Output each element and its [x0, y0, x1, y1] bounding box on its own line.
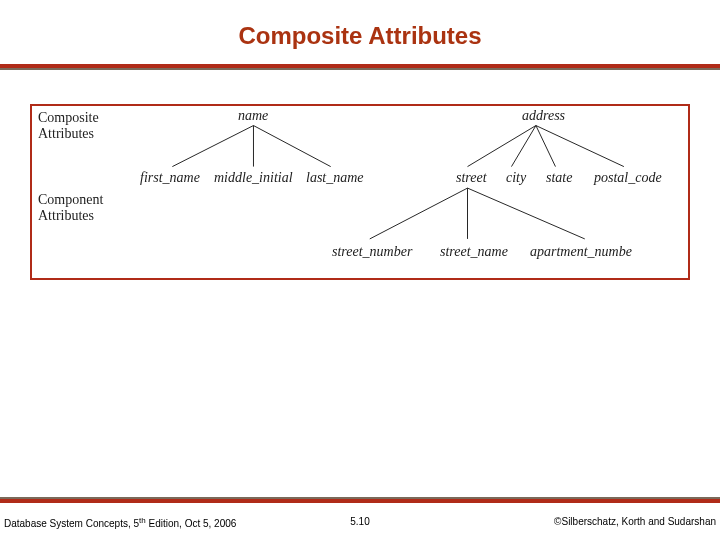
node-postal-code: postal_code: [594, 170, 662, 186]
node-street-name: street_name: [440, 244, 508, 260]
node-street: street: [456, 170, 487, 186]
side-label-composite: Composite Attributes: [38, 110, 99, 142]
node-name: name: [238, 108, 268, 124]
node-middle-initial: middle_initial: [214, 170, 293, 186]
svg-line-3: [468, 126, 536, 167]
bottom-divider: [0, 497, 720, 503]
svg-line-7: [370, 188, 468, 239]
svg-line-6: [536, 126, 624, 167]
svg-line-0: [172, 126, 253, 167]
node-city: city: [506, 170, 526, 186]
node-first-name: first_name: [140, 170, 200, 186]
node-last-name: last_name: [306, 170, 364, 186]
svg-line-4: [511, 126, 535, 167]
title-divider: [0, 64, 720, 70]
side-label-component: Component Attributes: [38, 192, 103, 224]
diagram-frame: Composite Attributes Component Attribute…: [30, 104, 690, 280]
node-address: address: [522, 108, 565, 124]
node-apartment-number: apartment_numbe: [530, 244, 632, 260]
svg-line-2: [253, 126, 330, 167]
svg-line-5: [536, 126, 556, 167]
footer-right: ©Silberschatz, Korth and Sudarshan: [554, 516, 716, 527]
page-title: Composite Attributes: [0, 0, 720, 58]
node-street-number: street_number: [332, 244, 412, 260]
node-state: state: [546, 170, 572, 186]
svg-line-9: [468, 188, 585, 239]
